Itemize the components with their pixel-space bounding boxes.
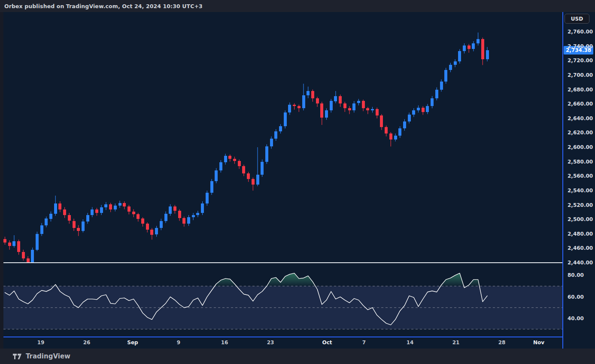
price-tick-label: 2,460.00 bbox=[568, 245, 593, 251]
price-tick-label: 2,720.00 bbox=[568, 58, 593, 64]
rsi-tick-label: 80.00 bbox=[568, 272, 584, 278]
price-tick-label: 2,760.00 bbox=[568, 29, 593, 35]
time-tick-label: 16 bbox=[221, 340, 228, 346]
price-tick-label: 2,700.00 bbox=[568, 72, 593, 78]
tradingview-published-chart: Orbex published on TradingView.com, Oct … bbox=[0, 0, 595, 364]
price-axis[interactable]: USD 2,734.38 2,760.002,740.002,720.002,7… bbox=[562, 12, 595, 349]
price-tick-label: 2,580.00 bbox=[568, 159, 593, 165]
time-tick-label: 9 bbox=[177, 340, 180, 346]
time-tick-label: 23 bbox=[267, 340, 274, 346]
time-tick-label: 28 bbox=[498, 340, 506, 346]
tradingview-brand-text[interactable]: TradingView bbox=[26, 352, 70, 360]
price-tick-label: 2,600.00 bbox=[568, 144, 593, 150]
time-tick-label: 26 bbox=[83, 340, 91, 346]
time-tick-label: Nov bbox=[533, 340, 544, 346]
footer-bar: TradingView bbox=[0, 349, 595, 364]
price-tick-label: 2,440.00 bbox=[568, 260, 593, 266]
price-tick-label: 2,660.00 bbox=[568, 101, 593, 107]
rsi-tick-label: 40.00 bbox=[568, 315, 584, 322]
tradingview-logo-icon[interactable] bbox=[13, 353, 22, 360]
time-tick-label: Sep bbox=[127, 340, 138, 346]
publish-banner-text: Orbex published on TradingView.com, Oct … bbox=[4, 3, 203, 9]
price-tick-label: 2,620.00 bbox=[568, 130, 593, 136]
price-tick-label: 2,480.00 bbox=[568, 231, 593, 237]
price-tick-label: 2,680.00 bbox=[568, 87, 593, 93]
time-axis[interactable]: 1926Sep91623Oct7142128Nov bbox=[3, 337, 562, 349]
price-tick-label: 2,740.00 bbox=[568, 43, 593, 49]
rsi-indicator[interactable] bbox=[3, 263, 562, 337]
time-tick-label: 19 bbox=[37, 340, 45, 346]
time-tick-label: 7 bbox=[362, 340, 366, 346]
time-tick-label: 21 bbox=[452, 340, 460, 346]
rsi-pane[interactable] bbox=[3, 263, 562, 337]
price-tick-label: 2,640.00 bbox=[568, 115, 593, 121]
price-tick-label: 2,540.00 bbox=[568, 188, 593, 194]
rsi-tick-label: 60.00 bbox=[568, 294, 584, 300]
price-tick-label: 2,520.00 bbox=[568, 202, 593, 208]
publish-banner: Orbex published on TradingView.com, Oct … bbox=[0, 0, 595, 12]
time-tick-label: Oct bbox=[322, 340, 332, 346]
price-pane[interactable] bbox=[3, 12, 562, 263]
price-tick-label: 2,500.00 bbox=[568, 216, 593, 222]
price-tick-label: 2,560.00 bbox=[568, 173, 593, 179]
candlestick-chart[interactable] bbox=[3, 12, 562, 263]
time-tick-label: 14 bbox=[407, 340, 414, 346]
currency-toggle-button[interactable]: USD bbox=[565, 14, 589, 24]
